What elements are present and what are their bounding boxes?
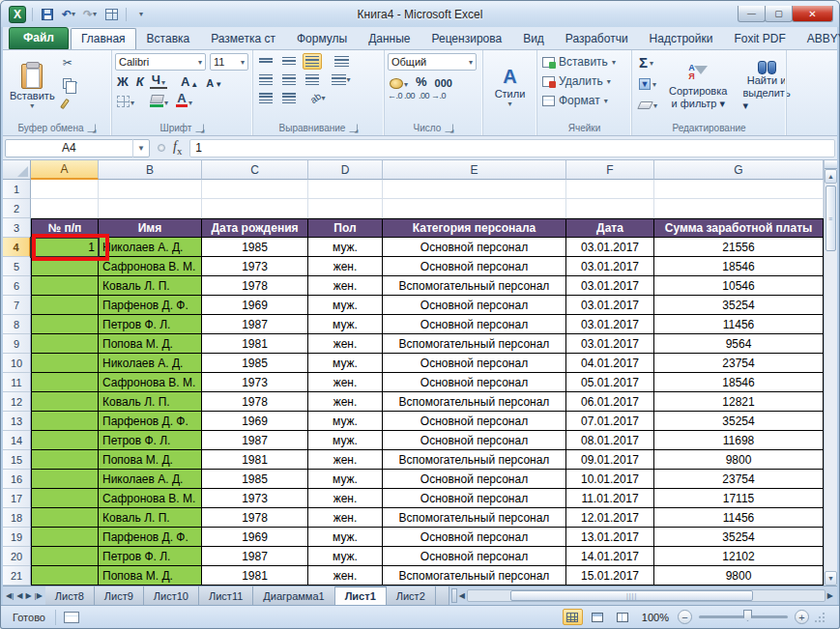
cell-F9[interactable]: 03.01.2017 [566,334,654,354]
qat-custom-button[interactable] [102,6,120,23]
insert-function-button[interactable]: fx [173,139,182,157]
align-middle-button[interactable] [279,53,299,70]
prev-sheet-icon[interactable]: ◀ [16,591,22,600]
cell-B16[interactable]: Николаев А. Д. [99,470,202,489]
cell-B5[interactable]: Сафронова В. М. [99,257,202,276]
cell-D7[interactable]: муж. [308,296,383,315]
align-left-button[interactable] [256,71,275,88]
cell-B7[interactable]: Парфенов Д. Ф. [99,296,202,315]
cell-G7[interactable]: 35254 [654,296,824,315]
cell-F15[interactable]: 09.01.2017 [566,450,654,470]
row-header-15[interactable]: 15 [3,450,31,470]
cell-F5[interactable]: 03.01.2017 [566,257,654,276]
cell-A2[interactable] [31,199,99,218]
decrease-indent-button[interactable] [256,90,275,106]
formula-input[interactable]: 1 [189,139,835,157]
table-header-cell[interactable]: Имя [99,218,202,238]
cell-A15[interactable] [31,450,99,470]
cell-C16[interactable]: 1985 [202,470,308,489]
cell-A6[interactable] [31,276,99,296]
cell-D21[interactable]: жен. [308,566,383,586]
cell-E16[interactable]: Основной персонал [383,470,566,489]
cell-E1[interactable] [383,180,566,199]
sheet-tab-Лист1[interactable]: Лист1 [335,586,387,605]
cell-A1[interactable] [31,180,99,199]
align-right-button[interactable] [303,71,322,88]
column-header-G[interactable]: G [654,160,824,180]
name-box[interactable]: A4 ▼ [5,139,150,157]
cell-A20[interactable] [31,547,99,566]
delete-cells-button[interactable]: Удалить▾ [540,72,628,90]
paste-button[interactable]: Вставить ▾ [6,52,59,121]
cell-D11[interactable]: жен. [308,373,383,392]
cell-G5[interactable]: 18546 [654,257,824,276]
cell-C6[interactable]: 1978 [202,276,308,296]
format-cells-button[interactable]: Формат▾ [540,92,628,109]
cell-E10[interactable]: Основной персонал [383,354,566,373]
column-header-B[interactable]: B [99,160,202,180]
cell-A17[interactable] [31,489,99,508]
cell-C2[interactable] [202,199,308,218]
row-header-11[interactable]: 11 [3,373,31,392]
sheet-tab-Диаграмма1[interactable]: Диаграмма1 [253,586,334,605]
cell-F16[interactable]: 10.01.2017 [566,470,654,489]
cell-F1[interactable] [566,180,654,199]
dialog-launcher-icon[interactable] [445,124,453,132]
zoom-level[interactable]: 100% [642,612,669,623]
cell-G21[interactable]: 9800 [654,566,824,586]
cell-B4[interactable]: Николаев А. Д. [99,238,202,257]
cell-E14[interactable]: Основной персонал [383,431,566,450]
row-header-21[interactable]: 21 [3,566,31,586]
excel-logo-icon[interactable]: X [9,6,26,23]
column-header-F[interactable]: F [566,160,654,180]
sort-filter-button[interactable]: АЯ Сортировкаи фильтр ▾ [661,52,735,121]
comma-style-button[interactable]: 000 [433,72,454,89]
cell-G17[interactable]: 17115 [654,489,824,508]
row-header-12[interactable]: 12 [3,392,31,412]
ribbon-tab-Разработчи[interactable]: Разработчи [555,28,639,49]
cell-E2[interactable] [383,199,566,218]
cell-D10[interactable]: муж. [308,354,383,373]
cell-B11[interactable]: Сафронова В. М. [99,373,202,392]
cell-E7[interactable]: Основной персонал [383,296,566,315]
merge-center-button[interactable]: ▾ [332,71,351,88]
customize-qat-button[interactable]: ▾ [132,6,150,23]
cell-G19[interactable]: 35254 [654,528,824,547]
cell-E18[interactable]: Вспомогательный персонал [383,508,566,528]
orientation-button[interactable]: ab▾ [308,90,328,106]
cell-D4[interactable]: муж. [308,238,383,257]
cell-F14[interactable]: 08.01.2017 [566,431,654,450]
cell-F11[interactable]: 05.01.2017 [566,373,654,392]
cell-F7[interactable]: 03.01.2017 [566,296,654,315]
scroll-left-icon[interactable]: ◀ [459,591,465,600]
cell-B1[interactable] [99,180,202,199]
cell-D2[interactable] [308,199,383,218]
cell-G14[interactable]: 11698 [654,431,824,450]
cell-E21[interactable]: Вспомогательный персонал [383,566,566,586]
cell-F17[interactable]: 11.01.2017 [566,489,654,508]
grow-font-button[interactable]: А▲ [179,72,200,89]
cell-B9[interactable]: Попова М. Д. [99,334,202,354]
dialog-launcher-icon[interactable] [349,124,358,132]
cell-A5[interactable] [31,257,99,276]
cell-F20[interactable]: 14.01.2017 [566,547,654,566]
cell-A4[interactable]: 1 [31,238,99,257]
number-format-select[interactable]: Общий▾ [388,53,477,71]
wrap-text-button[interactable] [332,53,351,70]
cell-D6[interactable]: жен. [308,276,383,296]
cell-G12[interactable]: 12821 [654,392,824,412]
cell-C1[interactable] [202,180,308,199]
cell-E11[interactable]: Основной персонал [383,373,566,392]
cell-C8[interactable]: 1987 [202,315,308,334]
format-painter-button[interactable] [61,95,79,112]
sheet-tab-Лист10[interactable]: Лист10 [144,586,199,605]
cell-E4[interactable]: Основной персонал [383,238,566,257]
cell-A13[interactable] [31,412,99,431]
cell-F6[interactable]: 03.01.2017 [566,276,654,296]
cell-E13[interactable]: Основной персонал [383,412,566,431]
cell-C15[interactable]: 1981 [202,450,308,470]
sheet-tab-Лист9[interactable]: Лист9 [95,586,144,605]
cell-C17[interactable]: 1973 [202,489,308,508]
cell-G15[interactable]: 9800 [654,450,824,470]
cell-D13[interactable]: муж. [308,412,383,431]
